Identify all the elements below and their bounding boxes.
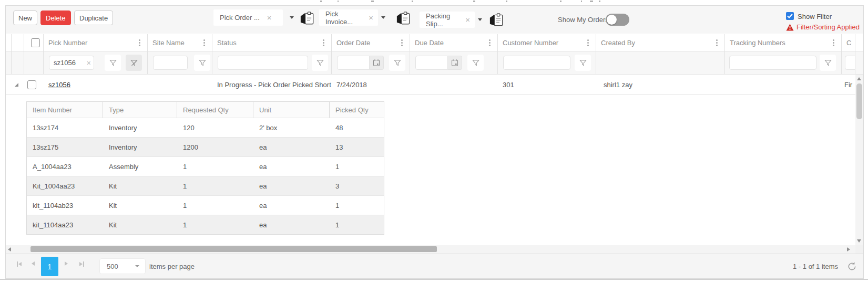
orders-grid-panel: New Delete Duplicate Pick Order ... × Pi… — [5, 5, 864, 279]
detail-cell-item-number: kit_1104aa23 — [27, 215, 103, 234]
page-size-select[interactable]: 500 — [99, 258, 146, 274]
filter-button[interactable] — [467, 55, 484, 71]
calendar-button[interactable] — [448, 56, 462, 70]
detail-row[interactable]: kit_1104ab23 Kit 1 ea 1 — [27, 195, 384, 215]
detail-cell-type: Kit — [103, 176, 177, 195]
delete-button[interactable]: Delete — [40, 11, 71, 25]
scrollbar-corner — [855, 245, 863, 254]
last-page-button[interactable] — [79, 261, 84, 267]
calendar-icon — [373, 59, 380, 67]
new-button[interactable]: New — [13, 11, 37, 25]
horizontal-scrollbar[interactable] — [6, 245, 855, 254]
row-expander-cell — [11, 75, 24, 95]
clear-icon[interactable]: × — [369, 14, 373, 22]
tracking-numbers-filter-input[interactable] — [729, 56, 816, 70]
show-my-orders-toggle[interactable] — [606, 14, 629, 26]
clear-icon[interactable]: × — [267, 14, 272, 22]
funnel-icon — [199, 59, 206, 67]
clear-icon[interactable]: × — [465, 16, 470, 24]
previous-page-button[interactable] — [32, 261, 35, 266]
pick-number-link[interactable]: sz1056 — [48, 81, 70, 89]
column-menu-icon[interactable] — [139, 42, 140, 44]
horizontal-scroll-thumb[interactable] — [30, 246, 437, 252]
filter-cell-due-date — [410, 51, 498, 74]
scroll-down-icon[interactable] — [857, 239, 861, 243]
column-header-due-date[interactable]: Due Date — [410, 34, 498, 51]
filter-button[interactable] — [105, 55, 121, 71]
detail-cell-item-number: Kit_1004aa23 — [27, 176, 103, 195]
filter-button[interactable] — [194, 55, 210, 71]
calendar-button[interactable] — [370, 56, 384, 70]
due-date-filter-input[interactable] — [415, 56, 448, 70]
funnel-icon — [579, 59, 587, 67]
print-report-icon[interactable] — [299, 11, 316, 28]
status-filter-input[interactable] — [218, 56, 308, 70]
detail-row[interactable]: 13sz174 Inventory 120 2' box 48 — [27, 118, 384, 137]
row-checkbox[interactable] — [27, 80, 36, 89]
previous-page-icon — [32, 261, 35, 266]
cell-created-by: shirl1 zay — [596, 75, 725, 95]
column-header-site-name[interactable]: Site Name — [148, 34, 212, 51]
grid-data-row[interactable]: sz1056 In Progress - Pick Order Picked S… — [6, 75, 863, 95]
clipped-filter-input[interactable] — [845, 56, 855, 70]
filter-button[interactable] — [820, 55, 836, 71]
scroll-left-icon[interactable] — [8, 247, 11, 251]
column-header-status[interactable]: Status — [212, 34, 332, 51]
clear-filter-value-icon[interactable]: × — [87, 59, 91, 67]
detail-row[interactable]: A_1004aa23 Assembly 1 ea 1 — [27, 156, 384, 176]
duplicate-button[interactable]: Duplicate — [74, 11, 113, 25]
current-page-button[interactable]: 1 — [41, 257, 58, 276]
filter-button[interactable] — [312, 55, 328, 71]
packing-slip-report-select[interactable]: Packing Slip... × — [420, 12, 475, 28]
print-report-icon[interactable] — [488, 12, 505, 29]
refresh-icon[interactable] — [847, 261, 857, 271]
column-menu-icon[interactable] — [323, 42, 324, 44]
pick-invoice-report-select[interactable]: Pick Invoice... × — [319, 9, 378, 26]
detail-row[interactable]: Kit_1004aa23 Kit 1 ea 3 — [27, 176, 384, 195]
column-menu-icon[interactable] — [587, 42, 589, 44]
collapse-row-icon[interactable] — [15, 83, 18, 87]
detail-row[interactable]: kit_1104aa23 Kit 1 ea 1 — [27, 215, 384, 234]
chevron-down-icon[interactable] — [290, 16, 294, 19]
filter-cell-created-by — [596, 51, 725, 74]
column-menu-icon[interactable] — [401, 42, 403, 44]
detail-cell-picked-qty: 1 — [330, 215, 384, 234]
column-header-label: C — [846, 39, 851, 47]
column-header-order-date[interactable]: Order Date — [332, 34, 410, 51]
site-name-filter-input[interactable] — [153, 56, 188, 70]
column-menu-icon[interactable] — [833, 42, 834, 44]
chevron-down-icon[interactable] — [478, 18, 482, 21]
show-filter-checkbox[interactable] — [786, 12, 794, 20]
chevron-down-icon[interactable] — [381, 16, 385, 19]
funnel-clear-icon — [130, 59, 138, 67]
scroll-up-icon[interactable] — [857, 77, 861, 80]
scroll-right-icon[interactable] — [847, 247, 850, 251]
select-all-checkbox[interactable] — [31, 38, 40, 47]
print-report-icon[interactable] — [395, 11, 412, 28]
grid-filter-row: × — [6, 51, 863, 75]
column-menu-icon[interactable] — [203, 42, 205, 44]
filter-button[interactable] — [389, 55, 405, 71]
filter-button[interactable] — [575, 55, 591, 71]
detail-cell-item-number: 13sz175 — [27, 138, 103, 156]
clear-filter-button[interactable] — [126, 55, 142, 71]
next-page-button[interactable] — [65, 261, 68, 266]
column-header-tracking-numbers[interactable]: Tracking Numbers — [725, 34, 842, 51]
column-menu-icon[interactable] — [716, 42, 718, 44]
column-header-clipped[interactable]: C — [842, 34, 855, 51]
column-menu-icon[interactable] — [489, 42, 491, 44]
pick-items-table: Item Number Type Requested Qty Unit Pick… — [26, 101, 384, 235]
vertical-scroll-thumb[interactable] — [856, 83, 862, 119]
first-page-button[interactable] — [17, 261, 22, 267]
vertical-scrollbar[interactable] — [855, 75, 863, 245]
pick-order-report-select[interactable]: Pick Order ... × — [213, 9, 283, 26]
next-page-icon — [65, 261, 68, 266]
column-header-customer-number[interactable]: Customer Number — [498, 34, 596, 51]
order-date-filter-input[interactable] — [337, 56, 370, 70]
column-header-pick-number[interactable]: Pick Number — [44, 34, 148, 51]
cell-clipped: Fir — [842, 75, 855, 95]
column-header-created-by[interactable]: Created By — [596, 34, 725, 51]
customer-number-filter-input[interactable] — [503, 56, 570, 70]
cell-pick-number: sz1056 — [44, 75, 148, 95]
detail-row[interactable]: 13sz175 Inventory 1200 ea 13 — [27, 137, 384, 156]
